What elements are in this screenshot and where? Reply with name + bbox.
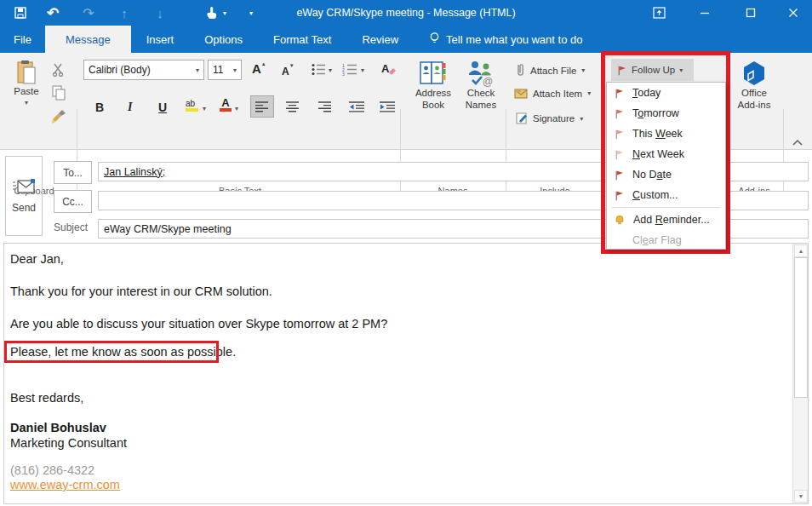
follow-up-caret-icon: ▾ bbox=[679, 66, 683, 74]
send-envelope-icon bbox=[12, 178, 36, 195]
font-color-caret-icon[interactable]: ▾ bbox=[235, 105, 238, 112]
font-color-button[interactable]: A bbox=[220, 97, 232, 112]
paste-caret-icon: ▾ bbox=[25, 97, 28, 109]
font-size-select[interactable]: 11 ▾ bbox=[208, 60, 242, 80]
follow-up-button[interactable]: Follow Up ▾ bbox=[611, 59, 694, 81]
follow-up-flag-icon bbox=[616, 64, 627, 77]
attach-file-caret-icon: ▾ bbox=[581, 66, 585, 74]
svg-text:@: @ bbox=[483, 76, 493, 87]
ribbon-display-options-icon[interactable] bbox=[642, 0, 676, 26]
tab-review[interactable]: Review bbox=[346, 26, 414, 53]
signature-closing: Best redards, bbox=[10, 391, 83, 405]
scroll-up-icon[interactable]: ▲ bbox=[794, 244, 808, 257]
flag-icon bbox=[614, 87, 625, 100]
check-names-icon: @ bbox=[467, 60, 495, 87]
align-center-button[interactable] bbox=[286, 101, 300, 116]
tab-options[interactable]: Options bbox=[189, 26, 258, 53]
collapse-ribbon-icon[interactable] bbox=[792, 135, 803, 150]
body-scrollbar[interactable]: ▲ ▼ bbox=[792, 244, 808, 503]
align-left-button[interactable] bbox=[250, 95, 274, 118]
message-body-editor[interactable] bbox=[3, 243, 809, 504]
highlight-caret-icon[interactable]: ▾ bbox=[203, 105, 206, 112]
copy-icon[interactable] bbox=[52, 85, 66, 104]
signature-name: Daniel Bohuslav bbox=[10, 421, 106, 434]
signature-button[interactable]: Signature ▾ bbox=[516, 112, 583, 124]
to-button[interactable]: To... bbox=[54, 161, 92, 184]
flag-icon bbox=[614, 148, 625, 161]
menu-item-today[interactable]: Today bbox=[607, 83, 725, 103]
align-right-button[interactable] bbox=[318, 101, 332, 116]
tab-insert[interactable]: Insert bbox=[131, 26, 190, 53]
italic-button[interactable]: I bbox=[128, 101, 132, 114]
text-highlight-button[interactable]: ab bbox=[186, 99, 198, 112]
flag-icon bbox=[614, 128, 625, 141]
subject-label: Subject bbox=[54, 221, 88, 233]
bullets-button[interactable] bbox=[312, 63, 326, 79]
grow-font-button[interactable]: A▲ bbox=[252, 61, 266, 77]
menu-item-no-date[interactable]: No Date bbox=[607, 164, 725, 185]
body-paragraph: Are you able to discuss your situation o… bbox=[10, 317, 387, 331]
menu-item-this-week[interactable]: This Week bbox=[607, 124, 725, 144]
check-names-button[interactable]: @ Check Names bbox=[460, 60, 502, 111]
attach-item-icon bbox=[514, 88, 528, 99]
menu-item-custom[interactable]: Custom... bbox=[607, 185, 725, 205]
maximize-button[interactable] bbox=[734, 0, 768, 26]
attach-item-caret-icon: ▾ bbox=[587, 89, 591, 97]
ribbon-tabbar: File Message Insert Options Format Text … bbox=[0, 26, 812, 53]
font-name-select[interactable]: Calibri (Body) ▾ bbox=[83, 60, 204, 80]
font-size-caret-icon: ▾ bbox=[233, 66, 237, 74]
tab-message[interactable]: Message bbox=[45, 26, 131, 53]
svg-text:A: A bbox=[381, 62, 390, 75]
recipient-chip[interactable]: Jan Lalinský; bbox=[104, 166, 165, 178]
menu-separator bbox=[612, 207, 720, 208]
decrease-indent-button[interactable] bbox=[349, 101, 365, 116]
clipboard-icon bbox=[16, 60, 37, 85]
minimize-button[interactable] bbox=[688, 0, 722, 26]
format-painter-icon[interactable] bbox=[51, 109, 66, 128]
cc-button[interactable]: Cc... bbox=[54, 190, 92, 213]
bullets-caret-icon[interactable]: ▾ bbox=[329, 66, 332, 74]
bold-button[interactable]: B bbox=[95, 101, 104, 114]
increase-indent-button[interactable] bbox=[380, 101, 396, 116]
highlight-color-bar bbox=[186, 108, 198, 112]
outlook-message-window: ↶ ↷ ↑ ↓ ▾ ▾ eWay CRM/Skype meeting - Mes… bbox=[0, 0, 812, 506]
menu-item-add-reminder[interactable]: Add Reminder... bbox=[607, 210, 725, 230]
signature-website-link[interactable]: www.eway-crm.com bbox=[10, 478, 120, 492]
menu-item-next-week[interactable]: Next Week bbox=[607, 144, 725, 164]
signature-caret-icon: ▾ bbox=[580, 115, 583, 123]
numbering-button[interactable]: 123 bbox=[342, 63, 357, 79]
numbering-caret-icon[interactable]: ▾ bbox=[361, 66, 364, 74]
paperclip-icon bbox=[516, 63, 525, 78]
tab-file[interactable]: File bbox=[0, 26, 45, 53]
underline-button[interactable]: U bbox=[158, 101, 167, 114]
scroll-down-icon[interactable]: ▼ bbox=[794, 490, 808, 503]
font-name-caret-icon: ▾ bbox=[196, 66, 199, 74]
send-button[interactable]: Send bbox=[5, 156, 43, 236]
attach-file-button[interactable]: Attach File ▾ bbox=[516, 63, 585, 78]
titlebar: ↶ ↷ ↑ ↓ ▾ ▾ eWay CRM/Skype meeting - Mes… bbox=[0, 0, 812, 26]
body-paragraph: Dear Jan, bbox=[10, 252, 64, 266]
clear-formatting-button[interactable]: A bbox=[381, 61, 397, 80]
office-addins-button[interactable]: Office Add-ins bbox=[730, 60, 778, 111]
body-paragraph: Thank you for your interest in our CRM s… bbox=[10, 285, 272, 298]
tell-me-box[interactable]: Tell me what you want to do bbox=[414, 26, 598, 53]
signature-title: Marketing Consultant bbox=[10, 436, 127, 450]
address-book-icon bbox=[419, 60, 448, 87]
paste-button[interactable]: Paste ▾ bbox=[9, 60, 44, 109]
lightbulb-icon bbox=[429, 32, 440, 48]
attach-item-button[interactable]: Attach Item ▾ bbox=[514, 88, 591, 99]
menu-item-tomorrow[interactable]: Tomorrow bbox=[607, 103, 725, 124]
cut-icon[interactable] bbox=[51, 63, 66, 80]
scroll-thumb[interactable] bbox=[794, 257, 808, 398]
svg-text:3: 3 bbox=[342, 72, 345, 77]
flag-icon bbox=[614, 169, 625, 181]
address-book-button[interactable]: Address Book bbox=[409, 60, 457, 111]
shrink-font-button[interactable]: A▼ bbox=[282, 63, 294, 78]
body-paragraph-highlighted: Please, let me know as soon as possible. bbox=[10, 345, 236, 359]
tab-format-text[interactable]: Format Text bbox=[258, 26, 346, 53]
flag-icon bbox=[614, 189, 625, 202]
follow-up-menu: Today Tomorrow This Week Next Week No Da… bbox=[606, 82, 726, 250]
signature-icon bbox=[516, 112, 528, 124]
close-button[interactable] bbox=[776, 0, 810, 26]
signature-phone: (816) 286-4322 bbox=[10, 463, 94, 477]
